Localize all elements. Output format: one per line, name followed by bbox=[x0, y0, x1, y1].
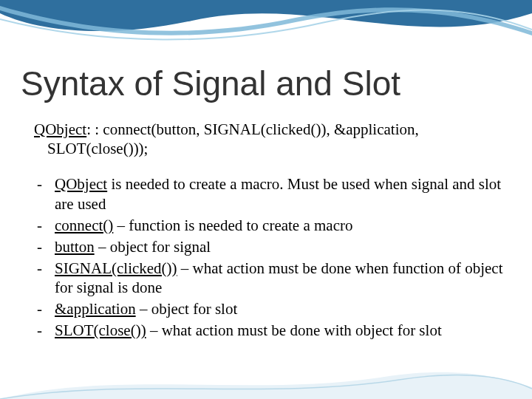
list-item: - QObject is needed to create a macro. M… bbox=[34, 174, 505, 214]
bullet-list: - QObject is needed to create a macro. M… bbox=[34, 174, 505, 342]
bullet-text: QObject is needed to create a macro. Mus… bbox=[55, 174, 505, 214]
bullet-dash: - bbox=[34, 216, 55, 236]
code-block: QObject: : connect(button, SIGNAL(clicke… bbox=[34, 120, 502, 159]
bullet-dash: - bbox=[34, 237, 55, 257]
code-line2: SLOT(close())); bbox=[34, 139, 502, 158]
slide-title: Syntax of Signal and Slot bbox=[21, 64, 400, 103]
bullet-text: button – object for signal bbox=[55, 237, 505, 257]
bottom-wave-decoration bbox=[0, 362, 532, 399]
list-item: - connect() – function is needed to crea… bbox=[34, 216, 505, 236]
bullet-dash: - bbox=[34, 174, 55, 214]
bullet-dash: - bbox=[34, 259, 55, 299]
slide: Syntax of Signal and Slot QObject: : con… bbox=[0, 0, 532, 399]
list-item: - &application – object for slot bbox=[34, 299, 505, 319]
bullet-text: connect() – function is needed to create… bbox=[55, 216, 505, 236]
list-item: - SIGNAL(clicked()) – what action must b… bbox=[34, 259, 505, 299]
bullet-text: &application – object for slot bbox=[55, 299, 505, 319]
code-underline-qobject: QObject bbox=[34, 120, 86, 138]
bullet-dash: - bbox=[34, 321, 55, 341]
bullet-text: SLOT(close()) – what action must be done… bbox=[55, 321, 505, 341]
list-item: - button – object for signal bbox=[34, 237, 505, 257]
top-wave-decoration bbox=[0, 0, 532, 59]
bullet-text: SIGNAL(clicked()) – what action must be … bbox=[55, 259, 505, 299]
bullet-dash: - bbox=[34, 299, 55, 319]
code-line1-rest: : : connect(button, SIGNAL(clicked()), &… bbox=[86, 120, 419, 138]
list-item: - SLOT(close()) – what action must be do… bbox=[34, 321, 505, 341]
